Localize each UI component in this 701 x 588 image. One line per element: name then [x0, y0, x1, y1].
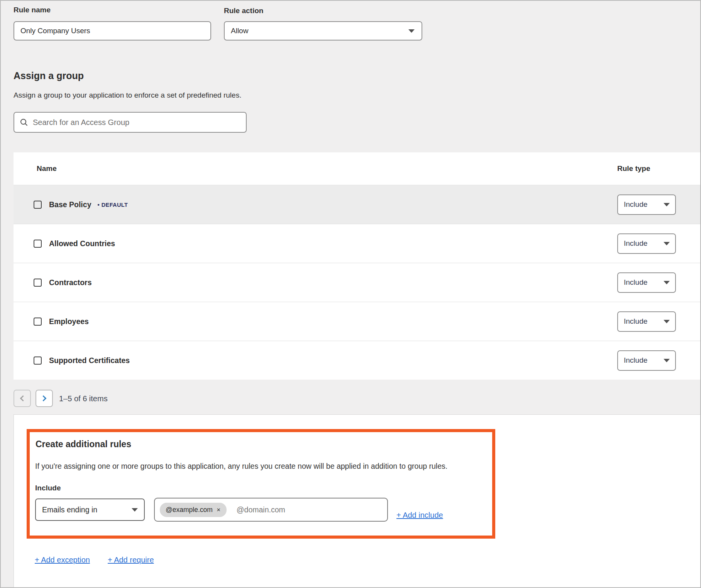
rule-type-dropdown[interactable]: Include: [617, 350, 676, 371]
chevron-down-icon: [664, 281, 670, 284]
column-header-name: Name: [14, 164, 617, 173]
rule-action-value: Allow: [231, 27, 248, 35]
access-group-search-input[interactable]: [28, 113, 240, 132]
column-header-rule-type: Rule type: [617, 164, 700, 173]
rule-type-dropdown[interactable]: Include: [617, 233, 676, 254]
rule-type-value: Include: [624, 278, 647, 287]
default-badge: DEFAULT: [97, 201, 128, 208]
chevron-left-icon: [20, 395, 26, 402]
rule-action-dropdown[interactable]: Allow: [224, 21, 422, 41]
pagination-next-button[interactable]: [36, 390, 53, 407]
group-name: Base Policy: [49, 200, 91, 209]
access-rule-settings-page: Rule name Rule action Allow Assign a gro…: [0, 0, 701, 588]
chevron-down-icon: [664, 359, 670, 362]
table-row: Supported Certificates Include: [14, 341, 700, 380]
row-checkbox[interactable]: [34, 240, 42, 248]
search-icon: [20, 118, 28, 127]
row-checkbox[interactable]: [34, 357, 42, 365]
rule-type-dropdown[interactable]: Include: [617, 311, 676, 332]
chevron-down-icon: [408, 29, 415, 33]
rule-type-value: Include: [624, 317, 647, 326]
table-header-row: Name Rule type: [14, 152, 700, 185]
table-row: Contractors Include: [14, 263, 700, 302]
rule-type-value: Include: [624, 356, 647, 365]
table-row: Employees Include: [14, 302, 700, 341]
chevron-down-icon: [664, 203, 670, 206]
rule-type-value: Include: [624, 239, 647, 248]
rule-selector-value: Emails ending in: [42, 505, 97, 514]
email-domain-tag: @example.com ✕: [160, 503, 227, 517]
include-label: Include: [35, 484, 61, 492]
tag-label: @example.com: [166, 506, 213, 514]
rule-name-input[interactable]: [14, 22, 210, 40]
add-include-link[interactable]: + Add include: [396, 511, 443, 520]
chevron-right-icon: [41, 395, 47, 402]
table-row: Base Policy DEFAULT Include: [14, 185, 700, 224]
group-name: Employees: [49, 317, 89, 326]
rule-name-label: Rule name: [14, 6, 51, 14]
rule-name-field: [14, 21, 211, 41]
chevron-down-icon: [664, 320, 670, 323]
access-group-table: Name Rule type Base Policy DEFAULT Inclu…: [14, 152, 700, 380]
pagination-prev-button[interactable]: [14, 390, 31, 407]
email-domain-field[interactable]: @example.com ✕: [154, 498, 388, 522]
chevron-down-icon: [664, 242, 670, 245]
additional-rules-description: If you're assigning one or more groups t…: [35, 462, 483, 471]
pagination-range-label: 1–5 of 6 items: [59, 394, 108, 403]
access-group-search-field: [14, 112, 247, 133]
row-checkbox[interactable]: [34, 201, 42, 209]
rule-type-value: Include: [624, 200, 647, 209]
chevron-down-icon: [132, 508, 138, 512]
rule-type-dropdown[interactable]: Include: [617, 194, 676, 215]
group-name: Supported Certificates: [49, 356, 130, 365]
table-row: Allowed Countries Include: [14, 224, 700, 263]
group-name: Allowed Countries: [49, 239, 115, 248]
remove-tag-icon[interactable]: ✕: [217, 507, 221, 513]
row-checkbox[interactable]: [34, 318, 42, 326]
assign-group-heading: Assign a group: [14, 70, 84, 81]
rule-selector-dropdown[interactable]: Emails ending in: [35, 498, 145, 521]
rule-action-label: Rule action: [224, 7, 263, 15]
email-domain-input[interactable]: [227, 498, 382, 521]
add-exception-link[interactable]: + Add exception: [35, 556, 90, 564]
row-checkbox[interactable]: [34, 279, 42, 287]
assign-group-description: Assign a group to your application to en…: [14, 91, 241, 100]
additional-rules-heading: Create additional rules: [36, 439, 131, 449]
add-require-link[interactable]: + Add require: [108, 556, 154, 564]
group-name: Contractors: [49, 278, 92, 287]
rule-type-dropdown[interactable]: Include: [617, 272, 676, 293]
